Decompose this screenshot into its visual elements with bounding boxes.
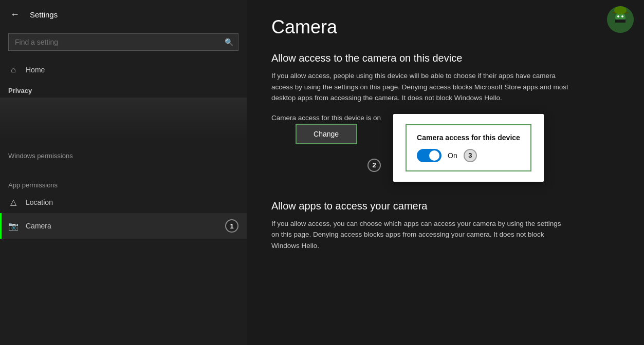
back-button[interactable]: ←: [8, 7, 22, 22]
toggle-label: On: [448, 151, 457, 160]
camera-label: Camera: [26, 222, 51, 230]
privacy-section-label: Privacy: [0, 81, 247, 98]
svg-point-5: [621, 15, 623, 17]
toggle-switch[interactable]: [417, 149, 441, 162]
avatar-container: [607, 6, 634, 33]
location-label: Location: [26, 198, 53, 206]
home-icon: ⌂: [8, 65, 19, 74]
step-badge-2: 2: [367, 159, 381, 172]
popup-border-box: Camera access for this device On 3: [406, 124, 531, 171]
sidebar-item-location[interactable]: △ Location: [0, 191, 247, 213]
svg-rect-2: [615, 22, 625, 29]
back-arrow-icon: ←: [10, 9, 20, 20]
svg-point-6: [614, 6, 627, 14]
main-content: Camera Allow access to the camera on thi…: [247, 0, 644, 345]
popup-title: Camera access for this device: [417, 133, 520, 142]
sidebar-header: ← Settings: [0, 0, 247, 29]
change-col: Camera access for this device is on Chan…: [271, 114, 381, 165]
app-permissions-label: App permissions: [0, 172, 247, 191]
search-input[interactable]: [8, 33, 238, 51]
home-label: Home: [26, 66, 45, 74]
section1-title: Allow access to the camera on this devic…: [271, 52, 619, 64]
section2-desc: If you allow access, you can choose whic…: [271, 218, 569, 252]
step-badge-3: 3: [464, 149, 477, 162]
search-icon: 🔍: [225, 38, 233, 46]
avatar: [607, 6, 634, 33]
windows-permissions-label: Windows permissions: [0, 143, 247, 162]
toggle-slider: [417, 149, 441, 162]
change-button[interactable]: Change: [296, 124, 357, 144]
search-box: 🔍: [8, 33, 238, 51]
device-access-row: Camera access for this device is on Chan…: [271, 114, 619, 182]
step-badge-1: 1: [225, 219, 238, 233]
section2-title: Allow apps to access your camera: [271, 200, 619, 212]
access-popup: Camera access for this device On 3: [393, 114, 544, 182]
sidebar-item-home[interactable]: ⌂ Home: [0, 59, 247, 81]
page-title: Camera: [271, 16, 619, 38]
search-icon-button[interactable]: 🔍: [225, 38, 233, 46]
sidebar-item-camera[interactable]: 📷 Camera 1: [0, 213, 247, 239]
svg-rect-3: [615, 20, 625, 23]
sidebar: ← Settings 🔍 ⌂ Home Privacy Windows perm…: [0, 0, 247, 345]
settings-title: Settings: [30, 10, 58, 19]
step-badge-2-container: 2: [367, 159, 381, 172]
svg-point-4: [617, 15, 619, 17]
toggle-row: On 3: [417, 149, 520, 162]
device-access-label: Camera access for this device is on: [271, 114, 381, 122]
avatar-svg: [607, 6, 634, 33]
camera-icon: 📷: [8, 221, 19, 231]
location-icon: △: [8, 197, 19, 207]
section1-desc: If you allow access, people using this d…: [271, 70, 569, 104]
